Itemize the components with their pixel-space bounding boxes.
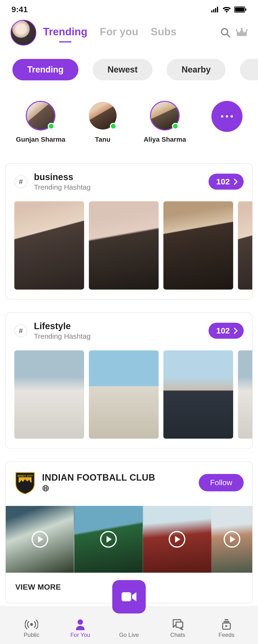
go-live-fab[interactable] (112, 580, 146, 614)
story-name: Aliya Sharma (144, 136, 186, 143)
svg-rect-17 (121, 592, 131, 601)
video-thumbnail[interactable] (143, 506, 212, 573)
svg-rect-5 (235, 8, 244, 12)
chip-nearby[interactable]: Nearby (167, 59, 225, 80)
wifi-icon (223, 6, 231, 13)
story-item[interactable]: Gunjan Sharma (17, 101, 65, 143)
play-icon (169, 531, 185, 548)
content-thumbnail[interactable] (89, 201, 159, 290)
svg-rect-6 (245, 8, 246, 11)
hashtag-card-business: # business Trending Hashtag 102 (5, 164, 253, 300)
nav-chats[interactable]: Chats (153, 606, 202, 644)
chevron-right-icon (234, 178, 238, 185)
content-thumbnail[interactable] (163, 201, 233, 290)
story-item[interactable]: Aliya Sharma (141, 101, 189, 143)
svg-rect-22 (224, 619, 228, 620)
battery-icon (234, 6, 246, 13)
content-thumbnail[interactable] (89, 350, 159, 439)
hashtag-title[interactable]: business (34, 172, 202, 182)
play-icon (100, 531, 117, 548)
online-dot-icon (172, 123, 179, 130)
hashtag-count: 102 (216, 177, 230, 186)
follow-button[interactable]: Follow (199, 474, 244, 491)
svg-rect-3 (217, 7, 218, 12)
content-thumbnail[interactable] (238, 201, 252, 290)
story-more[interactable] (203, 101, 251, 132)
nav-label: Feeds (219, 632, 235, 638)
top-header: Trending For you Subs (0, 16, 258, 48)
tab-for-you[interactable]: For you (100, 26, 138, 40)
broadcast-icon (25, 619, 38, 630)
crown-icon[interactable] (236, 28, 247, 38)
chip-trending[interactable]: Trending (13, 59, 78, 80)
top-tabs: Trending For you Subs (43, 26, 214, 40)
video-row (6, 506, 252, 573)
play-icon (32, 531, 48, 548)
club-logo-icon: WINDY CITY (14, 470, 36, 494)
hashtag-title[interactable]: Lifestyle (34, 321, 202, 331)
video-thumbnail[interactable] (212, 506, 252, 573)
svg-point-11 (246, 29, 247, 31)
story-name: Gunjan Sharma (16, 136, 65, 143)
nav-label: For You (70, 632, 90, 638)
nav-label: Public (24, 632, 39, 638)
club-name[interactable]: INDIAN FOOTBALL CLUB (42, 472, 193, 483)
feeds-icon (221, 619, 232, 630)
svg-point-10 (241, 28, 243, 30)
hashtag-count-button[interactable]: 102 (209, 174, 244, 190)
nav-public[interactable]: Public (7, 606, 56, 644)
person-icon (75, 619, 85, 630)
signal-icon (211, 7, 219, 12)
profile-avatar[interactable] (11, 20, 36, 46)
svg-rect-0 (211, 10, 212, 12)
play-icon (224, 531, 240, 548)
content-thumbnail[interactable] (163, 350, 233, 439)
chip-newest[interactable]: Newest (93, 59, 152, 80)
tab-trending[interactable]: Trending (43, 26, 87, 40)
hash-icon: # (14, 175, 27, 188)
nav-label: Chats (170, 632, 185, 638)
chevron-right-icon (234, 328, 238, 334)
chat-icon (172, 619, 184, 630)
status-time: 9:41 (12, 5, 28, 14)
nav-for-you[interactable]: For You (56, 606, 105, 644)
svg-rect-2 (215, 8, 216, 12)
hash-icon: # (14, 324, 27, 337)
video-thumbnail[interactable] (74, 506, 143, 573)
hashtag-card-lifestyle: # Lifestyle Trending Hashtag 102 (5, 312, 253, 449)
hashtag-subtitle: Trending Hashtag (34, 183, 202, 191)
search-icon[interactable] (220, 28, 231, 38)
nav-feeds[interactable]: Feeds (202, 606, 251, 644)
tab-subs[interactable]: Subs (151, 26, 177, 40)
story-name: Tanu (95, 136, 111, 143)
svg-point-9 (236, 29, 237, 31)
content-thumbnail[interactable] (14, 201, 84, 290)
story-item[interactable]: Tanu (79, 101, 126, 143)
hashtag-subtitle: Trending Hashtag (34, 332, 202, 340)
svg-point-18 (30, 623, 33, 626)
status-bar: 9:41 (0, 0, 258, 16)
svg-rect-1 (213, 9, 214, 12)
thumbnail-row (6, 345, 252, 448)
hashtag-count: 102 (216, 326, 230, 335)
video-icon (121, 591, 137, 603)
globe-icon (42, 485, 193, 493)
hashtag-count-button[interactable]: 102 (209, 323, 244, 339)
chip-more[interactable] (240, 59, 258, 80)
svg-line-8 (227, 34, 230, 37)
thumbnail-row (6, 196, 252, 299)
content-thumbnail[interactable] (14, 350, 84, 439)
svg-rect-21 (224, 621, 229, 622)
status-indicators (211, 6, 246, 13)
stories-row: Gunjan Sharma Tanu Aliya Sharma (0, 84, 258, 150)
online-dot-icon (48, 123, 54, 130)
nav-label: Go Live (119, 632, 139, 638)
content-thumbnail[interactable] (238, 350, 252, 439)
video-thumbnail[interactable] (6, 506, 74, 573)
svg-point-19 (78, 620, 83, 625)
online-dot-icon (110, 123, 116, 130)
svg-text:WINDY CITY: WINDY CITY (18, 474, 33, 477)
more-button[interactable] (211, 101, 242, 132)
filter-chips: Trending Newest Nearby (0, 48, 258, 84)
